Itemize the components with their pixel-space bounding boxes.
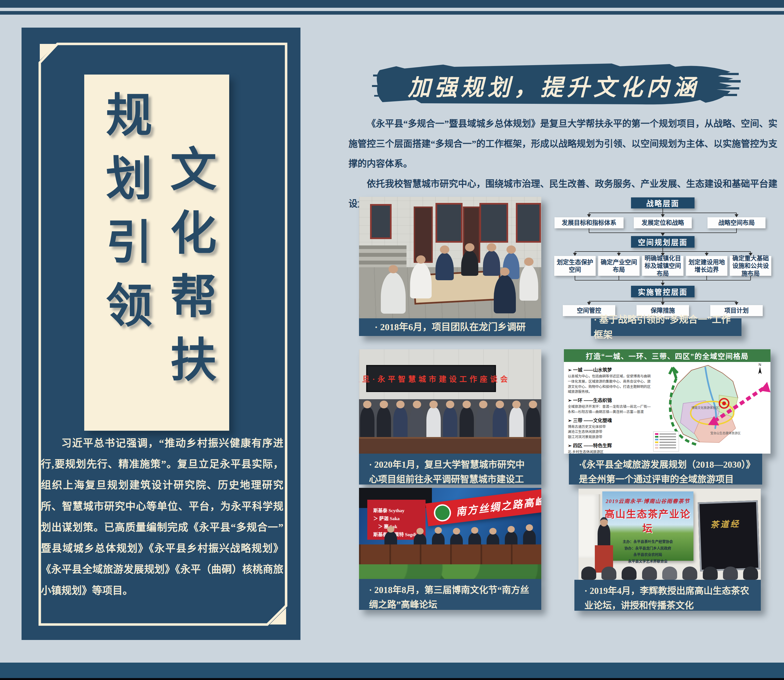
- photo4-audience-head: [703, 567, 718, 580]
- map-section-head: ➢ 一环 ——生态织锦: [568, 397, 651, 403]
- photo4-audience-head: [642, 567, 657, 580]
- photo1-door: [414, 206, 433, 263]
- photo1-window: [479, 203, 508, 243]
- flow-level3-header: 实施管控层面: [631, 286, 694, 298]
- map-legend: [653, 431, 679, 452]
- flow-level2-item: 划定生态保护空间: [554, 256, 596, 276]
- photo4-backdrop-poster: 2019云南永平·博南山谷雨春茶节 高山生态茶产业论坛 主办：永平县茶叶生产经营…: [602, 491, 693, 561]
- photo3-plants: [359, 564, 541, 579]
- photo-tea-forum: 2019云南永平·博南山谷雨春茶节 高山生态茶产业论坛 主办：永平县茶叶生产经营…: [579, 489, 761, 580]
- caption-map: ·《永平县全域旅游发展规划（2018—2030）》是全州第一个通过评审的全域旅游…: [569, 453, 762, 485]
- flow-level1-item: 发展目标和指标体系: [554, 217, 623, 228]
- map-section-body: 博南古道历史文化体验带: [568, 424, 651, 430]
- photo3-slide-line: ＞ 萨迦 Saka: [373, 515, 419, 523]
- photo2-person: [460, 407, 474, 439]
- intro-paragraph-1: 《永平县“多规合一”暨县域城乡总体规划》是复旦大学帮扶永平的第一个规划项目，从战…: [348, 114, 778, 174]
- flow-level2-item: 明确城镇化目标及城镇空间布局: [642, 256, 683, 276]
- photo4-audience-head: [723, 567, 738, 580]
- flow-level2-item: 确定重大基础设施和公共设施布局: [730, 256, 771, 276]
- photo1-window: [370, 204, 392, 239]
- photo4-poster-subtitle: 2019云南永平·博南山谷雨春茶节: [602, 497, 693, 504]
- map-section-body: 银江河滨河景观旅游带: [568, 434, 651, 440]
- photo4-audience-head: [601, 567, 616, 580]
- photo2-person: [476, 407, 490, 439]
- flow-level1-item: 发展定位和战略: [634, 217, 692, 228]
- photo1-window: [516, 203, 541, 243]
- left-panel-paragraph: 习近平总书记强调，“推动乡村振兴健康有序进行,要规划先行、精准施策”。复旦立足永…: [41, 433, 283, 601]
- photo2-person: [443, 407, 457, 439]
- caption-photo2: · 2020年1月，复旦大学智慧城市研究中心项目组前往永平调研智慧城市建设工作: [359, 453, 541, 485]
- map-section-head: ➢ 四区 ——特色生辉: [568, 442, 651, 449]
- photo2-person: [526, 407, 540, 439]
- svg-text:N: N: [759, 362, 761, 367]
- bottom-band: [0, 663, 784, 678]
- section-title: 加强规划，提升文化内涵: [388, 69, 719, 102]
- photo1-window: [436, 203, 463, 243]
- caption-flowchart: · 基于战略引领的“多规合一”工作框架: [591, 318, 741, 336]
- photo2-person: [509, 407, 524, 439]
- vertical-title-guihua-yinling: 规划引领: [101, 91, 148, 345]
- caption-photo4: · 2019年4月，李辉教授出席高山生态茶农业论坛，讲授和传播茶文化: [575, 580, 761, 611]
- photo2-person: [493, 407, 507, 439]
- photo-fieldwork-longmen: [359, 197, 541, 318]
- photo4-screen-text: 茶道经: [710, 517, 740, 530]
- photo2-person: [410, 407, 424, 439]
- map-compass: N: [758, 362, 762, 374]
- photo4-organizer-line: 协办：永平县龙门乡人民政府: [602, 545, 693, 551]
- caption-photo1: · 2018年6月，项目团队在龙门乡调研: [359, 318, 541, 336]
- map-section-body: 以县城为中心，包括曲硐等邻近区域，促使博南与曲硐一体化发展，区域旅游的集散中心、…: [568, 374, 651, 395]
- photo4-audience: [579, 562, 761, 580]
- top-band-inner: [0, 11, 784, 15]
- photo4-speaker: [598, 523, 610, 547]
- flow-level2-header: 空间规划层面: [631, 236, 694, 248]
- photo4-audience-head: [743, 567, 758, 580]
- vertical-title-wenhua-bangfu: 文化帮扶: [166, 145, 212, 399]
- map-area-label: 博南文化旅游体验区: [691, 406, 719, 409]
- photo4-organizer-line: 主办：永平县茶叶生产经营协会: [602, 538, 693, 545]
- map-text-column: ➢ 一城 ——山水筑梦 以县城为中心，包括曲硐等邻近区域，促使博南与曲硐一体化发…: [568, 364, 651, 453]
- photo4-audience-head: [581, 567, 596, 580]
- map-section-body: 北·乡村生态休闲旅游区: [568, 449, 651, 453]
- flow-level2-item: 划定建设用地增长边界: [686, 256, 727, 276]
- photo-silk-road-forum: 南方丝绸之路高峰论坛 斯基泰 Scythay ＞ 萨迦 Saka ＞ 塞 Sak…: [359, 488, 541, 579]
- photo3-red-slide: 斯基泰 Scythay ＞ 萨迦 Saka ＞ 塞 Sak 斯基泰 ＞ 粟特 S…: [367, 500, 425, 540]
- photo4-poster-title: 高山生态茶产业论坛: [602, 506, 693, 535]
- map-section-head: ➢ 一城 ——山水筑梦: [568, 366, 651, 373]
- photo2-person: [377, 407, 391, 439]
- photo2-conference-table: [359, 437, 541, 453]
- photo4-organizer-line: 永平县农业农村局: [602, 551, 693, 558]
- photo-smart-city-meeting: 复旦·永平智慧城市建设工作座谈会: [359, 349, 541, 453]
- photo2-person: [427, 407, 441, 439]
- flow-level1-item: 战略空间布局: [707, 217, 765, 228]
- flow-level2-item: 确定产业空间布局: [598, 256, 639, 276]
- photo3-panelist: [523, 530, 536, 546]
- left-panel: 规划引领 文化帮扶 习近平总书记强调，“推动乡村振兴健康有序进行,要规划先行、精…: [22, 28, 301, 640]
- map-section-body: 全域旅游经济开发环：普渡—龙街古镇—岩北—厂街—永和—杉阳古镇—曲硐古镇—黄连树…: [568, 404, 651, 415]
- map-section-body: 澜沧江生态休闲旅游带: [568, 429, 651, 434]
- photo2-led-banner: 复旦·永平智慧城市建设工作座谈会: [366, 365, 496, 392]
- flow-level1-header: 战略层面: [631, 197, 694, 208]
- photo2-person: [393, 407, 408, 439]
- photo3-slide-line: ＞ 塞 Sak: [373, 523, 419, 531]
- calligraphy-banner: 规划引领 文化帮扶: [84, 74, 229, 431]
- bottom-edge-line: [0, 678, 784, 680]
- map-area-label: 宝台山生态康体旅游区: [710, 431, 741, 435]
- photo3-forum-logo: [433, 503, 452, 523]
- photo4-audience-head: [662, 567, 677, 580]
- photo2-person: [360, 407, 375, 439]
- photo4-projector-screen: 茶道经: [697, 500, 760, 571]
- photo2-led-text: 复旦·永平智慧城市建设工作座谈会: [359, 373, 510, 384]
- photo2-group: [359, 395, 541, 439]
- photo4-audience-head: [682, 567, 697, 580]
- photo4-audience-head: [622, 567, 636, 580]
- caption-photo3: · 2018年8月，第三届博南文化节“南方丝绸之路”高峰论坛: [359, 579, 541, 610]
- tourism-plan-map-card: 打造“一城、一环、三带、四区”的全域空间格局 ➢ 一城 ——山水筑梦 以县城为中…: [564, 349, 770, 453]
- mulit-plan-flowchart: 战略层面 发展目标和指标体系 发展定位和战略 战略空间布局 空间规划层面 划定生…: [552, 197, 773, 316]
- section-header-brush: 加强规划，提升文化内涵: [372, 58, 741, 111]
- map-title-bar: 打造“一城、一环、三带、四区”的全域空间格局: [564, 349, 770, 362]
- photo3-slide-line: 斯基泰 Scythay: [373, 507, 419, 515]
- top-band-outer: [0, 0, 784, 8]
- map-section-head: ➢ 三带 ——文化塑魂: [568, 417, 651, 423]
- county-map-graphic: N 博南文化旅游体验区 宝台山生态康体旅游区: [650, 362, 770, 453]
